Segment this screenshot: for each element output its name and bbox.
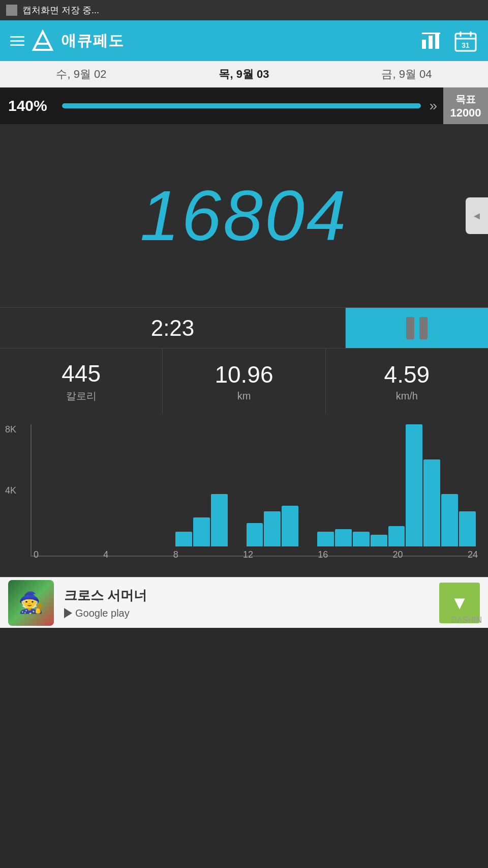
- goal-label: 목표: [455, 93, 476, 106]
- chart-bar: [193, 517, 210, 546]
- x-label-16: 16: [318, 549, 328, 560]
- chart-bar: [459, 511, 476, 546]
- progress-arrow-icon: »: [429, 98, 437, 114]
- svg-rect-3: [429, 36, 433, 49]
- chart-y-labels: 8K 4K: [5, 424, 16, 546]
- x-label-24: 24: [468, 549, 478, 560]
- speed-unit: km/h: [396, 390, 418, 402]
- x-label-8: 8: [173, 549, 178, 560]
- svg-text:31: 31: [462, 41, 470, 49]
- date-current[interactable]: 목, 9월 03: [163, 61, 325, 88]
- chart-y-label-4k: 4K: [5, 485, 16, 496]
- date-next[interactable]: 금, 9월 04: [325, 61, 488, 88]
- status-bar: 캡처화면 저장 중...: [0, 0, 488, 20]
- chart-bar: [264, 511, 281, 546]
- chart-y-label-8k: 8K: [5, 424, 16, 435]
- date-nav: 수, 9월 02 목, 9월 03 금, 9월 04: [0, 61, 488, 88]
- app-title: 애큐페도: [61, 31, 124, 51]
- chart-bar: [317, 532, 334, 546]
- chart-bar: [406, 424, 422, 546]
- app-logo: [32, 30, 54, 52]
- x-label-0: 0: [34, 549, 39, 560]
- chart-bar: [441, 494, 458, 546]
- svg-rect-4: [435, 33, 439, 49]
- calories-unit: 칼로리: [66, 389, 97, 403]
- google-play-label: Google play: [75, 607, 130, 619]
- screenshot-icon: [6, 5, 17, 16]
- stats-row: 445 칼로리 10.96 km 4.59 km/h: [0, 348, 488, 414]
- chart-bar: [211, 494, 228, 546]
- chart-bar: [423, 459, 440, 546]
- chart-bar: [335, 529, 352, 546]
- app-bar: 애큐페도 31: [0, 20, 488, 61]
- pause-icon: [406, 317, 428, 339]
- distance-value: 10.96: [215, 361, 273, 388]
- bar-chart-icon[interactable]: [419, 28, 443, 53]
- play-triangle-icon: [64, 608, 72, 618]
- chart-bar: [282, 506, 298, 546]
- progress-bar-container: [62, 103, 421, 108]
- x-label-4: 4: [103, 549, 108, 560]
- progress-section: 140% » 목표 12000: [0, 88, 488, 124]
- chart-x-labels: 0 4 8 12 16 20 24: [32, 546, 478, 560]
- svg-rect-5: [422, 33, 440, 34]
- pause-button[interactable]: [346, 308, 488, 348]
- goal-box: 목표 12000: [443, 88, 488, 124]
- ad-title: 크로스 서머너: [64, 587, 429, 604]
- date-prev[interactable]: 수, 9월 02: [0, 61, 163, 88]
- chart-bar: [353, 532, 370, 546]
- step-count-area: 16804: [0, 124, 488, 307]
- chart-bar: [388, 526, 405, 546]
- stat-calories: 445 칼로리: [0, 349, 163, 414]
- ad-google-play: Google play: [64, 607, 429, 619]
- stat-distance: 10.96 km: [163, 349, 325, 414]
- chart-section: 8K 4K 0 4 8 12 16 20 24: [0, 414, 488, 577]
- calories-value: 445: [62, 360, 101, 387]
- calendar-icon[interactable]: 31: [453, 28, 478, 53]
- goal-value: 12000: [450, 106, 481, 120]
- ad-info: 크로스 서머너 Google play: [64, 587, 429, 619]
- progress-percent: 140%: [8, 97, 54, 114]
- progress-bar-fill: [62, 103, 421, 108]
- svg-marker-0: [34, 32, 52, 50]
- chart-bars: [32, 424, 478, 546]
- chart-bar: [247, 523, 263, 546]
- svg-rect-2: [422, 40, 426, 49]
- dashin-watermark: DASHIN: [451, 616, 482, 625]
- status-text: 캡처화면 저장 중...: [22, 4, 99, 16]
- chart-inner: 0 4 8 12 16 20 24: [30, 424, 478, 557]
- app-bar-right: 31: [419, 28, 478, 53]
- x-label-12: 12: [243, 549, 253, 560]
- app-bar-left: 애큐페도: [10, 30, 124, 52]
- hamburger-icon[interactable]: [10, 36, 24, 46]
- ad-banner: 🧙 크로스 서머너 Google play DASHIN: [0, 577, 488, 628]
- chart-bar: [371, 535, 387, 546]
- stat-speed: 4.59 km/h: [326, 349, 488, 414]
- speed-value: 4.59: [384, 361, 430, 388]
- chart-bar: [175, 532, 192, 546]
- timer-display: 2:23: [0, 308, 346, 348]
- ad-thumbnail: 🧙: [8, 580, 54, 626]
- timer-row: 2:23: [0, 307, 488, 348]
- x-label-20: 20: [393, 549, 403, 560]
- distance-unit: km: [237, 390, 251, 402]
- step-count: 16804: [140, 175, 348, 257]
- collapse-tab[interactable]: [466, 197, 488, 234]
